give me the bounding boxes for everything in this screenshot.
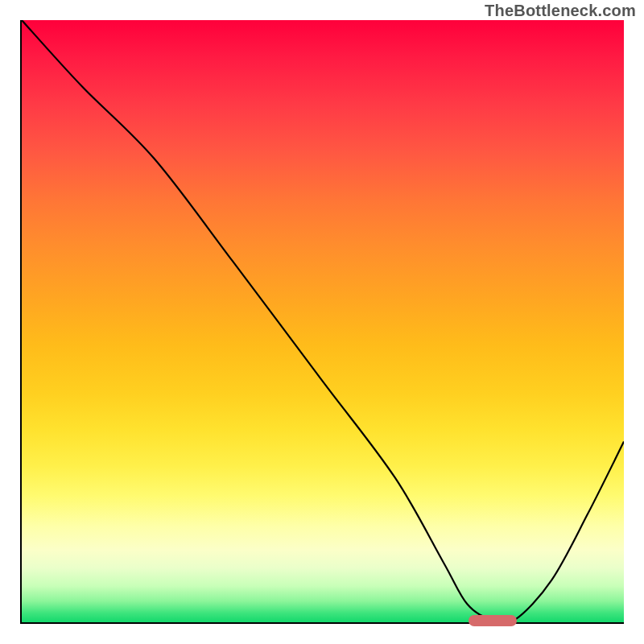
bottleneck-curve	[22, 20, 624, 622]
optimal-marker	[469, 615, 517, 626]
watermark-text: TheBottleneck.com	[485, 2, 636, 20]
plot-area	[20, 20, 624, 624]
